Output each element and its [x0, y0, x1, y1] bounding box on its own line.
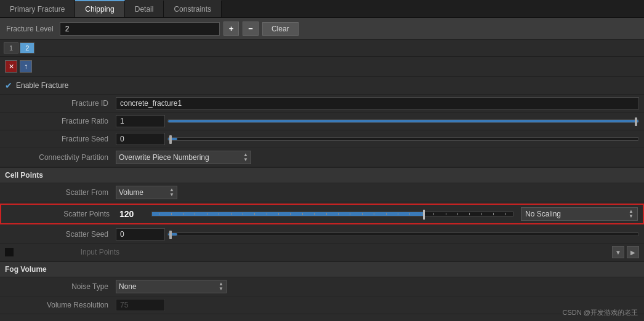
tab-primary-fracture[interactable]: Primary Fracture	[0, 0, 75, 17]
fracture-seed-label: Fracture Seed	[5, 135, 116, 143]
scatter-seed-row: Scatter Seed	[0, 226, 644, 244]
delete-button[interactable]: ✕	[5, 60, 17, 73]
noise-type-arrow-down[interactable]: ▼	[219, 287, 223, 291]
fracture-ratio-slider-container	[167, 119, 639, 123]
controls-row: ✕ ↑	[0, 57, 644, 77]
fracture-id-row: Fracture ID	[0, 95, 644, 113]
scatter-seed-label: Scatter Seed	[5, 230, 116, 239]
level-row: 1 2	[0, 40, 644, 57]
enable-fracture-label: Enable Fracture	[16, 81, 68, 90]
level-minus-button[interactable]: −	[243, 22, 259, 36]
noise-type-arrows: ▲ ▼	[219, 282, 223, 291]
noise-type-select[interactable]: None ▲ ▼	[116, 280, 227, 293]
tab-constraints[interactable]: Constraints	[164, 0, 222, 17]
input-points-arrow-icon[interactable]: ▶	[627, 246, 639, 258]
scatter-seed-input[interactable]	[116, 228, 165, 240]
connectivity-select[interactable]: Overwrite Piece Numbering ▲ ▼	[116, 151, 251, 164]
tab-bar: Primary Fracture Chipping Detail Constra…	[0, 0, 644, 18]
scatter-seed-slider-thumb[interactable]	[169, 231, 172, 239]
scatter-from-arrow-down[interactable]: ▼	[169, 192, 174, 197]
volume-res-row: Volume Resolution	[0, 296, 644, 314]
toolbar: Fracture Level + − Clear	[0, 18, 644, 40]
scatter-seed-slider-track[interactable]	[167, 232, 639, 236]
add-button[interactable]: ↑	[20, 60, 32, 73]
scatter-points-slider-track[interactable]	[151, 212, 513, 216]
fracture-ratio-slider-track[interactable]	[167, 119, 639, 123]
fracture-seed-row: Fracture Seed	[0, 130, 644, 148]
fracture-ratio-slider-fill	[168, 120, 638, 122]
scatter-from-select[interactable]: Volume ▲ ▼	[116, 186, 177, 199]
cell-points-section: Cell Points	[0, 167, 644, 183]
volume-res-label: Volume Resolution	[5, 301, 116, 309]
level-1-button[interactable]: 1	[4, 42, 18, 54]
connectivity-label: Connectivity Partition	[5, 153, 116, 162]
fracture-ratio-label: Fracture Ratio	[5, 117, 116, 125]
cell-points-label: Cell Points	[5, 171, 43, 180]
scatter-seed-slider-container	[167, 232, 639, 236]
connectivity-select-arrows: ▲ ▼	[243, 153, 248, 162]
input-points-label: Input Points	[16, 248, 127, 256]
scatter-points-row: Scatter Points 120	[0, 204, 644, 224]
fracture-ratio-row: Fracture Ratio	[0, 113, 644, 130]
fracture-seed-slider-track[interactable]	[167, 137, 639, 141]
tab-detail[interactable]: Detail	[125, 0, 164, 17]
input-points-row: Input Points ▼ ▶	[0, 244, 644, 261]
noise-type-row: Noise Type None ▲ ▼	[0, 277, 644, 296]
fog-volume-section: Fog Volume	[0, 261, 644, 277]
enable-fracture-row: ✔ Enable Fracture	[0, 77, 644, 95]
fog-volume-label: Fog Volume	[5, 265, 47, 274]
connectivity-select-value: Overwrite Piece Numbering	[119, 153, 241, 162]
scatter-from-row: Scatter From Volume ▲ ▼	[0, 183, 644, 202]
noise-type-value: None	[119, 282, 216, 291]
scatter-slider-thumb[interactable]	[423, 210, 425, 220]
fracture-seed-input[interactable]	[116, 133, 165, 145]
input-points-square-icon	[5, 248, 14, 256]
scatter-points-label: Scatter Points	[6, 210, 117, 218]
fracture-id-label: Fracture ID	[5, 99, 116, 108]
fracture-seed-slider-thumb[interactable]	[169, 135, 172, 144]
tab-constraints-label: Constraints	[174, 5, 211, 14]
scatter-from-label: Scatter From	[5, 188, 116, 197]
volume-res-input	[116, 299, 165, 311]
no-scaling-select[interactable]: No Scaling ▲ ▼	[521, 207, 638, 221]
clear-button[interactable]: Clear	[262, 22, 299, 36]
scatter-points-value: 120	[117, 209, 148, 219]
level-plus-button[interactable]: +	[223, 22, 239, 36]
tab-chipping[interactable]: Chipping	[75, 0, 124, 17]
fracture-id-input[interactable]	[116, 97, 639, 109]
tab-detail-label: Detail	[135, 5, 154, 14]
no-scaling-arrows: ▲ ▼	[629, 209, 634, 219]
noise-type-label: Noise Type	[5, 282, 116, 291]
no-scaling-arrow-down[interactable]: ▼	[629, 214, 634, 219]
scatter-from-value: Volume	[119, 188, 167, 197]
tab-primary-fracture-label: Primary Fracture	[10, 5, 65, 14]
input-points-down-icon[interactable]: ▼	[612, 246, 624, 258]
fracture-ratio-input[interactable]	[116, 115, 165, 127]
connectivity-row: Connectivity Partition Overwrite Piece N…	[0, 148, 644, 167]
watermark-text: CSDN @开发游戏的老王	[563, 309, 638, 316]
fracture-level-label: Fracture Level	[6, 25, 54, 33]
fracture-level-input[interactable]	[60, 22, 220, 36]
scatter-from-arrows: ▲ ▼	[169, 188, 174, 197]
watermark: CSDN @开发游戏的老王	[563, 308, 638, 317]
input-points-icons: ▼ ▶	[612, 246, 639, 258]
enable-fracture-icon: ✔	[5, 81, 12, 90]
fracture-seed-slider-container	[167, 137, 639, 141]
slider-dots	[152, 212, 513, 216]
fracture-ratio-slider-thumb[interactable]	[635, 117, 637, 126]
level-2-button[interactable]: 2	[20, 42, 34, 54]
connectivity-arrow-down[interactable]: ▼	[243, 157, 248, 162]
no-scaling-value: No Scaling	[525, 210, 626, 218]
tab-chipping-label: Chipping	[85, 5, 114, 14]
